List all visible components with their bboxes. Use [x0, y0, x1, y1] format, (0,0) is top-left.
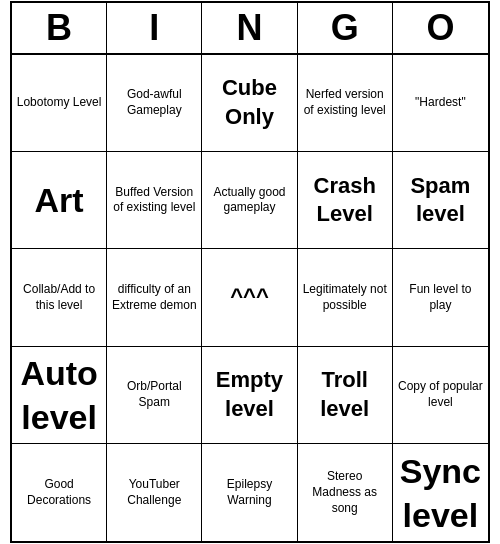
bingo-cell: Fun level to play [393, 249, 488, 346]
header-letter: B [12, 3, 107, 53]
bingo-cell: Actually good gameplay [202, 152, 297, 249]
bingo-cell: Cube Only [202, 55, 297, 152]
bingo-cell: ^^^ [202, 249, 297, 346]
bingo-cell: God-awful Gameplay [107, 55, 202, 152]
bingo-card: BINGO Lobotomy LevelGod-awful GameplayCu… [10, 1, 490, 544]
bingo-cell: "Hardest" [393, 55, 488, 152]
bingo-cell: Buffed Version of existing level [107, 152, 202, 249]
bingo-cell: Copy of popular level [393, 347, 488, 444]
header-letter: G [298, 3, 393, 53]
bingo-header: BINGO [12, 3, 488, 55]
bingo-cell: Auto level [12, 347, 107, 444]
bingo-cell: Nerfed version of existing level [298, 55, 393, 152]
bingo-grid: Lobotomy LevelGod-awful GameplayCube Onl… [12, 55, 488, 542]
bingo-cell: Stereo Madness as song [298, 444, 393, 541]
bingo-cell: difficulty of an Extreme demon [107, 249, 202, 346]
header-letter: N [202, 3, 297, 53]
bingo-cell: YouTuber Challenge [107, 444, 202, 541]
header-letter: O [393, 3, 488, 53]
bingo-cell: Sync level [393, 444, 488, 541]
bingo-cell: Spam level [393, 152, 488, 249]
bingo-cell: Empty level [202, 347, 297, 444]
bingo-cell: Art [12, 152, 107, 249]
header-letter: I [107, 3, 202, 53]
bingo-cell: Lobotomy Level [12, 55, 107, 152]
bingo-cell: Troll level [298, 347, 393, 444]
bingo-cell: Epilepsy Warning [202, 444, 297, 541]
bingo-cell: Collab/Add to this level [12, 249, 107, 346]
bingo-cell: Orb/Portal Spam [107, 347, 202, 444]
bingo-cell: Legitimately not possible [298, 249, 393, 346]
bingo-cell: Crash Level [298, 152, 393, 249]
bingo-cell: Good Decorations [12, 444, 107, 541]
